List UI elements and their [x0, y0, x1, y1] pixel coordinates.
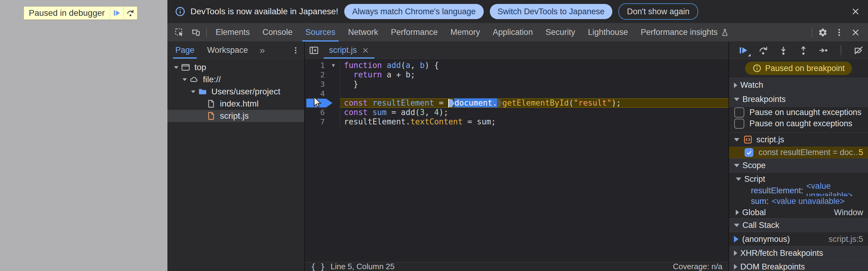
deactivate-breakpoints-icon[interactable]: [854, 45, 864, 56]
tree-item-label: top: [194, 62, 206, 72]
section-call-stack[interactable]: Call Stack: [729, 218, 868, 232]
chevron-down-icon[interactable]: [189, 90, 198, 93]
pause-uncaught-checkbox[interactable]: [734, 108, 744, 117]
resume-script-button[interactable]: [110, 7, 123, 20]
editor-tab-scriptjs[interactable]: script.js: [323, 42, 375, 59]
editor-tab-close-icon[interactable]: [362, 47, 369, 54]
gutter[interactable]: 2: [305, 70, 340, 80]
gear-icon[interactable]: [815, 23, 831, 41]
code-text[interactable]: const sum = add(3, 4);: [340, 108, 728, 117]
tab-workspace[interactable]: Workspace: [206, 42, 249, 59]
code-text[interactable]: resultElement.textContent = sum;: [340, 117, 728, 126]
breakpoint-entry-checkbox[interactable]: [745, 148, 753, 157]
devtools-close-icon[interactable]: [847, 23, 864, 41]
infobar-close-icon[interactable]: [851, 7, 860, 16]
section-breakpoints[interactable]: Breakpoints: [729, 92, 868, 107]
tabbar-divider: [206, 28, 207, 37]
dont-show-again-button[interactable]: Don't show again: [618, 3, 698, 20]
section-dom-breakpoints[interactable]: DOM Breakpoints: [729, 260, 868, 271]
scope-global-row[interactable]: Global Window: [729, 207, 868, 218]
code-text[interactable]: const resultElement = document.getElemen…: [340, 98, 728, 108]
step-out-button[interactable]: [798, 45, 809, 56]
call-stack-frame-row[interactable]: (anonymous) script.js:5: [729, 232, 868, 246]
device-toolbar-icon[interactable]: [187, 23, 204, 41]
kebab-menu-icon[interactable]: [831, 23, 847, 41]
chevron-down-icon[interactable]: [180, 78, 189, 81]
section-xhr-breakpoints[interactable]: XHR/fetch Breakpoints: [729, 246, 868, 260]
pause-caught-row: Pause on caught exceptions: [729, 118, 868, 129]
gutter[interactable]: 1▼: [305, 61, 340, 70]
step-button[interactable]: [818, 45, 829, 56]
code-token: sum: [372, 108, 387, 117]
tab-page[interactable]: Page: [174, 42, 196, 59]
resume-button[interactable]: [738, 45, 748, 56]
paused-on-breakpoint-badge: Paused on breakpoint: [745, 62, 852, 75]
tree-item-index-html[interactable]: index.html: [167, 98, 304, 110]
switch-devtools-japanese-button[interactable]: Switch DevTools to Japanese: [490, 4, 613, 19]
pause-caught-checkbox[interactable]: [734, 119, 744, 129]
sources-panels: Page Workspace » topfile://Users/user/pr…: [167, 42, 868, 271]
section-watch[interactable]: Watch: [729, 78, 868, 92]
fold-arrow-icon[interactable]: ▼: [327, 61, 340, 70]
gutter[interactable]: 7: [305, 117, 340, 126]
tree-item-users-user-project[interactable]: Users/user/project: [167, 86, 304, 98]
infobar: DevTools is now available in Japanese! A…: [167, 0, 868, 23]
tab-sources[interactable]: Sources: [299, 23, 342, 41]
code-line-5[interactable]: 5const resultElement = document.getEleme…: [305, 98, 728, 108]
code-line-2[interactable]: 2 return a + b;: [305, 70, 728, 80]
tab-security[interactable]: Security: [539, 23, 582, 41]
section-scope[interactable]: Scope: [729, 158, 868, 173]
code-area[interactable]: 1▼function add(a, b) {2 return a + b;3 }…: [305, 59, 728, 126]
debugger-toolbar-divider: [841, 46, 841, 55]
tab-application[interactable]: Application: [487, 23, 539, 41]
toggle-navigator-icon[interactable]: [305, 42, 323, 59]
step-over-script-button[interactable]: [123, 7, 137, 20]
tab-lighthouse[interactable]: Lighthouse: [581, 23, 634, 41]
code-token: );: [439, 108, 448, 117]
always-match-language-button[interactable]: Always match Chrome's language: [344, 4, 484, 19]
pretty-print-icon[interactable]: { }: [311, 262, 325, 271]
chevron-down-icon: [734, 164, 739, 167]
tab-performance[interactable]: Performance: [384, 23, 444, 41]
scope-variable-row[interactable]: resultElement: <value unavailable>: [729, 185, 868, 196]
code-token: [368, 108, 372, 117]
inspect-element-icon[interactable]: [171, 23, 187, 41]
browser-page-area: Paused in debugger: [0, 0, 167, 271]
scope-variable-row[interactable]: sum: <value unavailable>: [729, 196, 868, 207]
tree-item-top[interactable]: top: [167, 61, 304, 73]
code-token: textContent: [410, 117, 463, 126]
code-line-4[interactable]: 4: [305, 89, 728, 98]
paused-in-debugger-banner: Paused in debugger: [24, 6, 137, 20]
code-line-1[interactable]: 1▼function add(a, b) {: [305, 61, 728, 70]
chevron-down-icon: [734, 138, 739, 142]
code-line-6[interactable]: 6const sum = add(3, 4);: [305, 108, 728, 117]
tab-console[interactable]: Console: [256, 23, 299, 41]
continue-to-location-marker[interactable]: [449, 99, 454, 107]
gutter[interactable]: 6: [305, 108, 340, 117]
tree-item-file-[interactable]: file://: [167, 73, 304, 86]
code-token: }: [344, 80, 358, 89]
breakpoint-entry-row[interactable]: const resultElement = doc… 5: [729, 147, 868, 158]
tree-item-label: Users/user/project: [211, 87, 280, 96]
breakpoint-file-group[interactable]: script.js: [729, 132, 868, 147]
code-text[interactable]: }: [340, 80, 728, 89]
code-text[interactable]: [340, 89, 728, 98]
code-text[interactable]: return a + b;: [340, 70, 728, 80]
tab-label: Security: [546, 28, 575, 37]
tabbar-right-controls: [809, 23, 868, 41]
code-line-3[interactable]: 3 }: [305, 80, 728, 89]
step-into-button[interactable]: [778, 45, 788, 56]
code-text[interactable]: function add(a, b) {: [340, 61, 728, 70]
tab-network[interactable]: Network: [342, 23, 384, 41]
navigator-kebab-icon[interactable]: [291, 46, 300, 55]
gutter[interactable]: 3: [305, 80, 340, 89]
continue-to-location-marker[interactable]: [497, 99, 502, 107]
tab-memory[interactable]: Memory: [444, 23, 487, 41]
code-line-7[interactable]: 7resultElement.textContent = sum;: [305, 117, 728, 126]
step-over-button[interactable]: [758, 45, 769, 56]
tab-performance-insights[interactable]: Performance insights: [634, 23, 736, 41]
tree-item-script-js[interactable]: script.js: [167, 110, 304, 122]
tab-elements[interactable]: Elements: [209, 23, 256, 41]
chevron-down-icon[interactable]: [172, 66, 181, 69]
more-tabs-chevron-icon[interactable]: »: [259, 44, 266, 56]
